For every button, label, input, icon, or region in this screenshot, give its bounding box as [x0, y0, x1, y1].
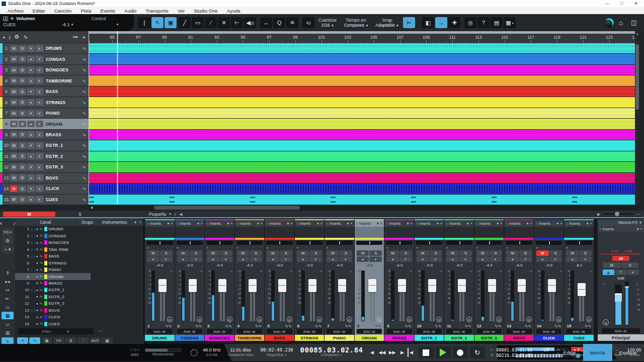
master-mute-button[interactable]: M	[603, 262, 621, 268]
fader-value[interactable]: -4.0	[145, 262, 175, 268]
add-track-button[interactable]: +	[83, 34, 86, 40]
solo-button[interactable]: S	[19, 99, 26, 106]
fader-handle[interactable]	[249, 279, 257, 292]
pan-label[interactable]: ▾	[265, 245, 294, 250]
mixer-tab-aux[interactable]: AUX	[90, 337, 101, 344]
track-name[interactable]: EGTR_3	[46, 164, 63, 169]
inserts-header[interactable]: ○Inserts▾+	[175, 220, 205, 227]
channel-strip-bass[interactable]: ○Inserts▾+▾MS●◐-4.01060-6-12-24-36-48≡◍5…	[265, 219, 294, 341]
snap-dropdown[interactable]: Snap Adaptable ▼	[375, 18, 399, 28]
channel-list-row-egtr_2[interactable]: 11●∿EGTR_2	[15, 294, 91, 300]
film-button[interactable]: ▤	[491, 17, 503, 28]
channel-name-label[interactable]: DRUMS	[145, 335, 175, 341]
track-header-piano[interactable]: 7MS●◐PIANO∿	[0, 108, 89, 118]
automation-panel[interactable]: A ❖ Volumen Control CUES -8.1 ▼ ▼	[0, 14, 134, 31]
power-icon[interactable]: ○	[506, 221, 508, 226]
track-name[interactable]: BGVS	[46, 175, 58, 180]
headphone-icon[interactable]: ◐	[627, 269, 639, 275]
automation-mode[interactable]: Auto: de	[386, 329, 412, 334]
record-button[interactable]	[453, 346, 468, 358]
inserts-area[interactable]	[325, 227, 354, 238]
channel-list-row-bass[interactable]: 5❘❘●∿BASS	[15, 253, 91, 259]
mute-button[interactable]: M	[10, 77, 18, 84]
master-automation[interactable]: Auto: de	[602, 328, 640, 333]
record-dot-icon[interactable]: ●	[36, 322, 38, 325]
record-arm-button[interactable]: ●	[476, 256, 489, 262]
record-dot-icon[interactable]: ●	[36, 289, 38, 292]
layer-icon[interactable]: ≡	[380, 270, 382, 273]
banner-icon[interactable]: ▭	[2, 303, 14, 311]
pan-slider[interactable]	[296, 241, 323, 245]
loop-button[interactable]: ↻	[470, 346, 485, 358]
tools-button[interactable]: ⚙	[2, 237, 14, 244]
automation-curve-icon[interactable]: ∿	[40, 261, 43, 265]
monitor-button[interactable]: ◐	[280, 256, 292, 262]
pan-slider[interactable]	[566, 241, 592, 245]
output-icon[interactable]: ◍	[436, 317, 442, 322]
inserts-header[interactable]: ○Inserts▾+	[205, 220, 234, 227]
record-arm-button[interactable]: ●	[27, 88, 35, 95]
eraser-tool-button[interactable]: ▭	[192, 17, 204, 28]
expand-icon[interactable]: ▾	[476, 246, 478, 249]
add-insert-icon[interactable]: +	[320, 221, 323, 226]
solo-button[interactable]: S	[19, 164, 26, 170]
mute-button[interactable]: M	[10, 153, 18, 159]
chevron-down-icon[interactable]: ▾	[437, 221, 439, 226]
channel-name-label[interactable]: STRINGS	[295, 335, 325, 341]
monitor-button[interactable]: ◐	[36, 110, 43, 117]
inserts-header[interactable]: ○Inserts▾+	[444, 220, 474, 227]
output-icon[interactable]: ◍	[257, 317, 262, 322]
mute-button[interactable]: M	[267, 250, 279, 256]
inserts-area[interactable]	[295, 227, 325, 238]
output-icon[interactable]: ◍	[466, 317, 472, 322]
panel-toggle-button[interactable]: ◧	[422, 17, 434, 28]
chevron-down-icon[interactable]: ▾	[347, 221, 349, 226]
automation-mode[interactable]: Auto: de	[237, 329, 263, 334]
output-icon[interactable]: ◍	[586, 317, 592, 322]
mute-button[interactable]: M	[386, 250, 399, 256]
output-icon[interactable]: ◍	[526, 317, 532, 322]
power-icon[interactable]: ○	[177, 221, 179, 226]
menu-item-pista[interactable]: Pista	[76, 8, 96, 14]
scroll-up-icon[interactable]: ▲	[635, 32, 639, 35]
layer-icon[interactable]: ≡	[530, 270, 532, 273]
monitor-button[interactable]: ◐	[36, 174, 43, 181]
power-icon[interactable]: ○	[296, 221, 299, 226]
fader-handle[interactable]	[458, 279, 466, 292]
fader-value[interactable]: -4.0	[444, 262, 474, 268]
pan-label[interactable]: ▾	[384, 245, 414, 250]
solo-button[interactable]: S	[19, 67, 26, 73]
output-icon[interactable]: ◍	[407, 317, 412, 322]
mute-button[interactable]: M	[10, 164, 18, 170]
cuantizar-dropdown[interactable]: Cuantizar 1/16 ▼	[318, 18, 337, 28]
track-lane-bass[interactable]	[89, 86, 635, 97]
fader-value[interactable]: -4.0	[175, 262, 205, 268]
track-name[interactable]: ORGAN	[46, 122, 62, 127]
close-mixer-icon[interactable]: ✕	[0, 220, 7, 227]
record-arm-button[interactable]: ●	[27, 67, 35, 73]
channel-list-row-drums[interactable]: 1❘❘●∿DRUMS	[15, 226, 91, 232]
record-dot-icon[interactable]: ●	[36, 248, 38, 251]
track-header-drums[interactable]: 1MS●◐DRUMS∿	[0, 43, 89, 53]
track-header-egtr_3[interactable]: 12MS●◐EGTR_3∿	[0, 162, 89, 172]
channel-list-row-egtr_1[interactable]: 10❘❘●∿EGTR_1	[15, 287, 91, 293]
pan-label[interactable]: ▾	[564, 245, 594, 250]
expand-icon[interactable]: ▾	[536, 246, 538, 249]
output-icon[interactable]: ◍	[496, 317, 502, 322]
time-display[interactable]: 00:02:49.230 Segundos ▼	[261, 347, 293, 357]
channel-list-row-congas[interactable]: 2❘❘●∿CONGAS	[15, 232, 91, 239]
channel-name-label[interactable]: BRASS	[384, 335, 414, 341]
zoom-slider[interactable]	[604, 213, 633, 215]
channel-name-label[interactable]: TAMBORINE	[235, 335, 265, 341]
track-header-organ[interactable]: 8MS●◐ORGAN∿	[0, 119, 89, 129]
record-arm-button[interactable]: ●	[27, 121, 35, 127]
pencil-tool-button[interactable]: ╱	[179, 17, 191, 28]
power-icon[interactable]: ○	[266, 221, 269, 226]
channel-name[interactable]: BRASS	[49, 281, 62, 286]
solo-button[interactable]: S	[340, 250, 352, 256]
vertical-scrollbar[interactable]: ▲	[635, 31, 639, 205]
pan-slider[interactable]	[326, 241, 353, 245]
pan-slider[interactable]	[536, 241, 562, 245]
track-name[interactable]: CLICK	[46, 186, 59, 191]
channel-list-row-click[interactable]: 14●∿CLICK	[15, 314, 91, 320]
